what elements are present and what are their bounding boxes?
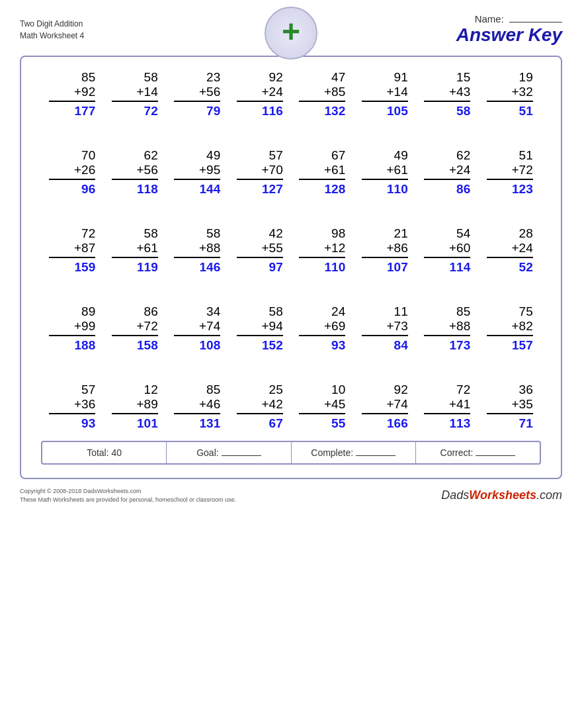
top-number: 19 [487,70,533,85]
problem-1-5: 47+85132 [299,70,345,118]
answer: 113 [424,416,470,431]
problem-5-6: 92+74166 [362,383,408,431]
answer: 52 [487,260,533,275]
addend: +14 [112,85,158,102]
brand-dads: Dads [441,488,469,502]
addend: +46 [174,397,220,414]
worksheet-area: 85+9217758+147223+567992+2411647+8513291… [20,56,562,479]
top-number: 54 [424,226,470,241]
answer: 51 [487,104,533,118]
name-underline [509,22,562,23]
problem-5-4: 25+4267 [237,383,283,431]
answer: 110 [299,260,345,275]
addend: +24 [487,241,533,258]
addend: +73 [362,319,408,336]
answer: 157 [487,338,533,353]
addend: +85 [299,85,345,102]
problem-4-2: 86+72158 [112,304,158,353]
problem-4-3: 34+74108 [174,304,220,353]
plus-circle: + [265,7,317,60]
top-number: 24 [299,304,345,319]
top-number: 42 [237,226,283,241]
addend: +61 [112,241,158,258]
problem-row-3: 72+8715958+6111958+8814642+559798+121102… [41,226,541,275]
top-number: 47 [299,70,345,85]
name-label: Name: [475,13,504,24]
problem-5-5: 10+4555 [299,383,345,431]
top-number: 91 [362,70,408,85]
answer: 166 [362,416,408,431]
problem-1-4: 92+24116 [237,70,283,118]
problem-2-5: 67+61128 [299,148,345,197]
problem-2-6: 49+61110 [362,148,408,197]
addend: +45 [299,397,345,414]
top-number: 36 [487,383,533,397]
problem-1-8: 19+3251 [487,70,533,118]
problem-5-1: 57+3693 [49,383,95,431]
answer: 84 [362,338,408,353]
top-number: 34 [174,304,220,319]
problem-3-4: 42+5597 [237,226,283,275]
answer: 101 [112,416,158,431]
problem-row-2: 70+269662+5611849+9514457+7012767+611284… [41,148,541,197]
top-number: 10 [299,383,345,397]
addend: +43 [424,85,470,102]
addend: +26 [49,163,95,180]
header-left: Two Digit Addition Math Worksheet 4 [20,18,84,42]
top-number: 25 [237,383,283,397]
copyright-line1: Copyright © 2008-2018 DadsWorksheets.com [20,487,236,496]
addend: +88 [174,241,220,258]
answer: 93 [299,338,345,353]
problem-3-3: 58+88146 [174,226,220,275]
problem-1-2: 58+1472 [112,70,158,118]
addend: +60 [424,241,470,258]
top-number: 11 [362,304,408,319]
answer: 93 [49,416,95,431]
answer: 173 [424,338,470,353]
answer: 55 [299,416,345,431]
correct-blank[interactable] [476,455,515,456]
goal-blank[interactable] [222,455,261,456]
problem-3-2: 58+61119 [112,226,158,275]
problem-3-5: 98+12110 [299,226,345,275]
answer: 159 [49,260,95,275]
addend: +36 [49,397,95,414]
top-number: 70 [49,148,95,163]
addend: +74 [362,397,408,414]
top-number: 58 [174,226,220,241]
brand-com: .com [536,488,562,502]
answer: 116 [237,104,283,118]
answer: 108 [174,338,220,353]
top-number: 49 [174,148,220,163]
top-number: 15 [424,70,470,85]
total-label: Total: 40 [87,447,122,458]
problem-4-7: 85+88173 [424,304,470,353]
addend: +82 [487,319,533,336]
top-number: 62 [424,148,470,163]
answer: 127 [237,182,283,197]
problem-5-8: 36+3571 [487,383,533,431]
problem-1-6: 91+14105 [362,70,408,118]
addend: +24 [424,163,470,180]
answer: 146 [174,260,220,275]
top-number: 72 [49,226,95,241]
name-line: Name: [456,13,562,24]
complete-cell: Complete: [292,442,416,463]
addend: +32 [487,85,533,102]
problem-row-1: 85+9217758+147223+567992+2411647+8513291… [41,70,541,118]
problem-4-6: 11+7384 [362,304,408,353]
problem-5-3: 85+46131 [174,383,220,431]
copyright-line2: These Math Worksheets are provided for p… [20,496,236,504]
header: Two Digit Addition Math Worksheet 4 + Na… [20,13,562,46]
problem-3-8: 28+2452 [487,226,533,275]
complete-blank[interactable] [356,455,395,456]
answer: 118 [112,182,158,197]
problem-4-5: 24+6993 [299,304,345,353]
problem-1-7: 15+4358 [424,70,470,118]
problem-3-6: 21+86107 [362,226,408,275]
problem-4-1: 89+99188 [49,304,95,353]
top-number: 58 [112,226,158,241]
answer: 110 [362,182,408,197]
addend: +94 [237,319,283,336]
problem-5-7: 72+41113 [424,383,470,431]
